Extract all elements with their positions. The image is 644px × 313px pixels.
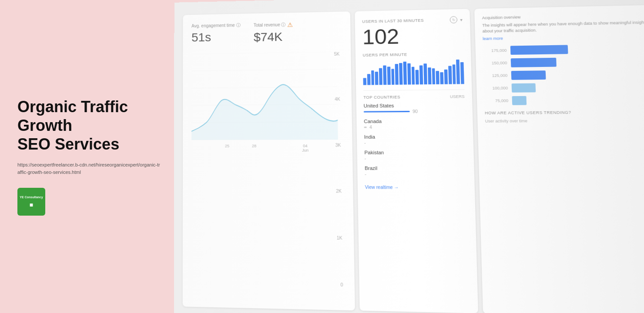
logo-text: YE Consultancy: [20, 195, 43, 199]
country-count-us: 90: [413, 109, 418, 114]
realtime-label: USERS IN LAST 30 MINUTES: [362, 18, 424, 24]
bar-22: [448, 66, 452, 84]
country-row-br: Brazil -: [365, 166, 467, 177]
country-bar-fill-ca: [364, 127, 366, 128]
bar-19: [436, 71, 439, 84]
bar-8: [391, 69, 395, 85]
metric-engagement-value: 51s: [191, 30, 241, 44]
left-panel: Organic Traffic Growth SEO Services http…: [0, 0, 174, 313]
horiz-bar-fill-4: [512, 83, 536, 93]
realtime-section: USERS IN LAST 30 MINUTES ↻ ▾ 102 USERS P…: [355, 9, 478, 313]
horiz-label-3: 125,000: [484, 73, 508, 78]
metric-revenue-value: $74K: [254, 30, 294, 44]
learn-more-link[interactable]: learn more: [483, 33, 644, 41]
horiz-bar-chart: 175,000 150,000 125,000 100,000: [483, 43, 644, 105]
metrics-row: Avg. engagement time ⓘ 51s Total revenue…: [191, 20, 342, 46]
bar-14: [416, 70, 419, 85]
dashboard-content: Avg. engagement time ⓘ 51s Total revenue…: [174, 0, 644, 313]
bar-3: [371, 70, 375, 85]
horiz-bar-row-1: 175,000: [483, 43, 644, 55]
country-name-pk: Pakistan: [364, 150, 466, 155]
country-count-in: -: [364, 140, 366, 145]
bottom-row: HOW ARE ACTIVE USERS TRENDING? User acti…: [485, 110, 644, 123]
country-row-ca: Canada 4: [364, 118, 466, 130]
users-col-label: USERS: [450, 94, 465, 99]
country-bar-ca: 4: [364, 124, 465, 130]
bottom-desc: User activity over time: [485, 118, 644, 124]
horiz-bar-row-3: 125,000: [483, 69, 644, 80]
country-count-ca: 4: [369, 125, 372, 130]
y-label-4k: 4K: [335, 97, 340, 102]
bar-1: [363, 78, 366, 85]
country-name-ca: Canada: [364, 118, 465, 124]
warning-icon: ⚠: [288, 21, 293, 28]
bar-25: [460, 62, 464, 84]
bar-6: [383, 65, 386, 85]
page-title: Organic Traffic Growth SEO Services: [17, 97, 161, 154]
horiz-bar-row-4: 100,000: [484, 82, 644, 93]
metric-engagement-label: Avg. engagement time ⓘ: [191, 22, 240, 29]
chart-y-labels: 5K 4K 3K 2K 1K 0: [334, 52, 345, 287]
page-url: https://seoexpertfreelancer.b-cdn.net/hi…: [17, 161, 161, 176]
bottom-label: HOW ARE ACTIVE USERS TRENDING?: [485, 110, 644, 115]
view-realtime-link[interactable]: View realtime →: [365, 185, 467, 190]
right-section-desc: The insights will appear here when you h…: [482, 20, 644, 34]
bar-12: [407, 63, 411, 84]
country-bar-in: -: [364, 140, 466, 146]
bar-9: [395, 64, 399, 85]
bar-2: [367, 74, 371, 85]
country-name-in: India: [364, 134, 466, 140]
country-row-us: United States 90: [363, 102, 465, 114]
dashboard-bg: Avg. engagement time ⓘ 51s Total revenue…: [174, 0, 644, 313]
country-bar-pk: -: [365, 156, 466, 161]
country-bar-br: -: [365, 172, 466, 177]
horiz-label-5: 75,000: [484, 99, 508, 103]
country-name-br: Brazil: [365, 166, 466, 171]
bar-20: [440, 72, 443, 84]
realtime-controls[interactable]: ↻ ▾: [450, 16, 463, 23]
top-countries-header: TOP COUNTRIES USERS: [363, 90, 465, 100]
logo-badge: YE Consultancy ■: [17, 188, 45, 216]
country-name-us: United States: [363, 102, 465, 108]
users-per-min-label: USERS PER MINUTE: [363, 51, 464, 57]
x-label-04jun: 04Jun: [302, 143, 309, 152]
refresh-icon[interactable]: ↻: [450, 16, 458, 23]
bar-10: [399, 63, 402, 84]
country-bar-us: 90: [364, 109, 465, 114]
chart-x-labels: 25 28 04Jun: [191, 143, 343, 153]
bar-24: [456, 60, 460, 84]
dashboard-panel: Avg. engagement time ⓘ 51s Total revenue…: [174, 0, 644, 313]
y-label-3k: 3K: [335, 143, 341, 147]
bar-11: [403, 61, 406, 84]
line-chart-area: 5K 4K 3K 2K 1K 0: [191, 52, 345, 301]
country-bar-fill-us: [364, 111, 410, 113]
right-section-label: Acquisition overview: [482, 12, 644, 20]
bar-7: [387, 67, 391, 85]
chevron-down-icon[interactable]: ▾: [460, 17, 463, 22]
horiz-bar-fill-5: [512, 96, 527, 105]
metric-revenue: Total revenue ⓘ ⚠ $74K: [254, 21, 294, 44]
users-count: 102: [362, 25, 463, 48]
bar-23: [452, 64, 456, 84]
right-section: Acquisition overview The insights will a…: [474, 5, 644, 313]
horiz-bar-fill-2: [511, 58, 557, 67]
horiz-bar-fill-3: [511, 70, 546, 80]
country-row-pk: Pakistan -: [364, 150, 466, 161]
country-count-br: -: [365, 172, 366, 176]
horiz-bar-row-2: 150,000: [483, 57, 644, 68]
svg-line-2: [191, 87, 337, 88]
horiz-label-2: 150,000: [483, 61, 507, 66]
x-label-25: 25: [225, 144, 229, 153]
metric-engagement: Avg. engagement time ⓘ 51s: [191, 22, 241, 45]
svg-line-1: [191, 69, 337, 71]
top-countries-label: TOP COUNTRIES: [363, 95, 400, 100]
country-count-pk: -: [365, 156, 366, 161]
metric-revenue-label: Total revenue ⓘ ⚠: [254, 21, 293, 29]
y-label-0: 0: [340, 282, 343, 287]
bar-16: [423, 63, 427, 84]
x-label-28: 28: [252, 144, 256, 153]
horiz-label-1: 175,000: [483, 48, 507, 53]
horiz-bar-row-5: 75,000: [484, 95, 644, 105]
country-row-in: India -: [364, 134, 466, 145]
y-label-5k: 5K: [334, 52, 340, 57]
